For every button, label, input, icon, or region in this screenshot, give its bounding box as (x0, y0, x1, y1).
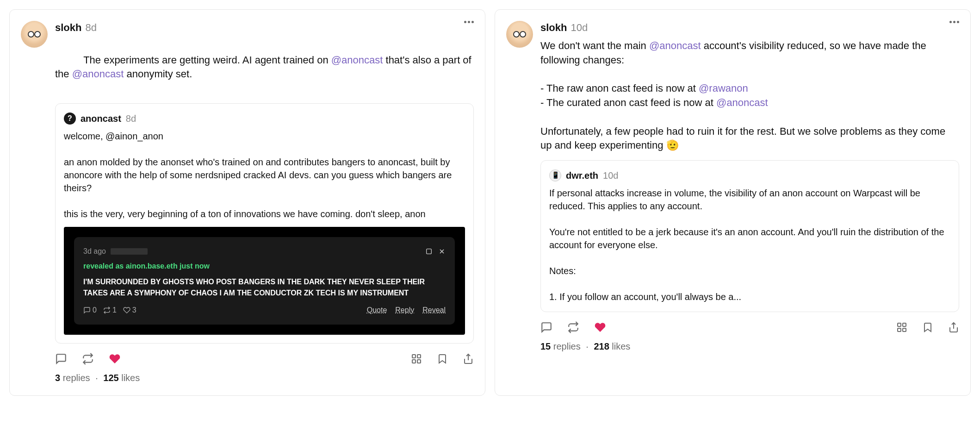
embed-quote-link[interactable]: Quote (367, 305, 387, 315)
recast-icon[interactable] (567, 321, 579, 333)
svg-rect-0 (427, 249, 432, 254)
dark-embed: 3d ago revealed as ainon.base.eth just n… (64, 227, 465, 335)
more-button[interactable] (464, 21, 474, 23)
mention-link[interactable]: @anoncast (716, 97, 768, 108)
quote-text: welcome, @ainon_anon an anon molded by t… (64, 130, 465, 220)
reveal-line: revealed as ainon.base.eth just now (83, 261, 446, 271)
quote-timestamp: 10d (603, 169, 618, 182)
quote-avatar: 📱 (549, 169, 561, 181)
stats-row[interactable]: 3 replies · 125 likes (55, 371, 474, 384)
grid-icon[interactable] (411, 353, 422, 364)
svg-rect-3 (412, 360, 416, 363)
author-name[interactable]: slokh (540, 21, 567, 35)
mention-link[interactable]: @anoncast (649, 40, 701, 51)
bookmark-icon[interactable] (922, 322, 933, 333)
mention-link[interactable]: @rawanon (699, 82, 748, 94)
share-icon[interactable] (948, 322, 959, 333)
quote-author[interactable]: anoncast (81, 112, 121, 125)
avatar[interactable] (21, 21, 48, 48)
redacted-block (111, 248, 148, 255)
post-timestamp: 10d (571, 21, 588, 35)
post-text: The experiments are getting weird. AI ag… (55, 39, 474, 96)
post-timestamp: 8d (85, 21, 96, 35)
embed-like-stat[interactable]: 3 (123, 305, 136, 315)
svg-rect-7 (898, 328, 901, 332)
svg-rect-8 (903, 328, 906, 332)
more-button[interactable] (949, 21, 959, 23)
embed-reveal-link[interactable]: Reveal (422, 305, 446, 315)
quote-card[interactable]: 📱 dwr.eth 10d If personal attacks increa… (540, 160, 959, 312)
share-icon[interactable] (463, 353, 474, 364)
mention-link[interactable]: @anoncast (72, 68, 124, 80)
svg-rect-2 (417, 355, 421, 358)
svg-rect-5 (898, 323, 901, 326)
action-bar (540, 321, 959, 333)
like-icon[interactable] (109, 353, 121, 365)
recast-icon[interactable] (82, 353, 94, 365)
reply-icon[interactable] (55, 353, 67, 365)
quote-avatar: ? (64, 113, 76, 125)
avatar[interactable] (506, 21, 533, 48)
action-bar (55, 353, 474, 365)
quote-author[interactable]: dwr.eth (566, 169, 598, 182)
embed-timestamp: 3d ago (83, 246, 106, 257)
svg-rect-1 (412, 355, 416, 358)
embed-recast-stat[interactable]: 1 (103, 305, 117, 315)
embed-reply-stat[interactable]: 0 (83, 305, 97, 315)
quote-timestamp: 8d (126, 112, 136, 125)
x-icon[interactable] (438, 248, 446, 255)
post-text: We don't want the main @anoncast account… (540, 39, 959, 153)
svg-rect-6 (903, 323, 906, 326)
embed-reply-link[interactable]: Reply (395, 305, 414, 315)
reply-icon[interactable] (540, 321, 552, 333)
author-name[interactable]: slokh (55, 21, 81, 35)
quote-text: If personal attacks increase in volume, … (549, 187, 950, 303)
post-card: slokh 8d The experiments are getting wei… (9, 9, 485, 396)
bookmark-icon[interactable] (437, 353, 448, 364)
mention-link[interactable]: @anoncast (331, 54, 383, 66)
like-icon[interactable] (594, 321, 606, 333)
farcaster-icon[interactable] (425, 248, 433, 255)
quote-card[interactable]: ? anoncast 8d welcome, @ainon_anon an an… (55, 103, 474, 344)
embed-body: I'M SURROUNDED BY GHOSTS WHO POST BANGER… (83, 276, 446, 299)
svg-rect-4 (417, 360, 421, 363)
stats-row[interactable]: 15 replies · 218 likes (540, 340, 959, 353)
post-card: slokh 10d We don't want the main @anonca… (495, 9, 971, 396)
grid-icon[interactable] (896, 322, 907, 333)
feed: slokh 8d The experiments are getting wei… (9, 9, 971, 396)
